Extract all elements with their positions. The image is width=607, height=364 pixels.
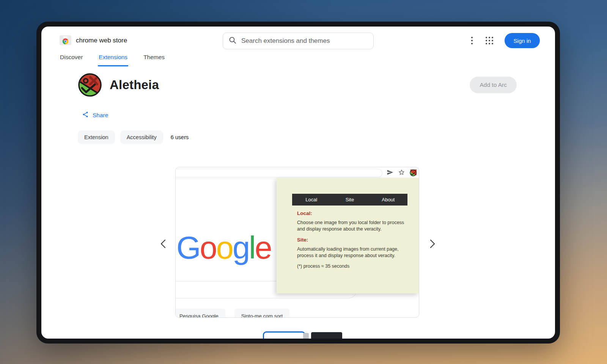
desktop-background: { "header": { "brand": "chrome web store…	[0, 0, 607, 364]
aletheia-popup: Local Site About Local: Choose one image…	[277, 178, 419, 293]
chip-extension[interactable]: Extension	[78, 130, 115, 144]
carousel-thumbnail-active[interactable]	[263, 331, 305, 339]
chrome-web-store-logo-icon	[59, 34, 72, 47]
popup-site-heading: Site:	[297, 237, 407, 243]
carousel-thumbnail-divider	[303, 333, 309, 339]
extension-meta-row: Extension Accessibility 6 users	[78, 130, 189, 144]
google-search-button: Pesquisa Google	[175, 309, 225, 318]
aletheia-toolbar-icon	[410, 169, 417, 176]
store-search-bar[interactable]: Search extensions and themes	[223, 33, 374, 49]
google-apps-icon[interactable]	[484, 35, 495, 46]
popup-local-text: Choose one image from you local folder t…	[297, 220, 407, 232]
extension-title: Aletheia	[110, 78, 159, 92]
tab-extensions[interactable]: Extensions	[98, 50, 128, 66]
popup-local-heading: Local:	[297, 210, 407, 216]
popup-tab-bar: Local Site About	[292, 194, 407, 206]
carousel-prev-button[interactable]	[158, 238, 168, 249]
chevron-left-icon	[160, 239, 166, 249]
screenshot-address-bar	[175, 169, 382, 177]
popup-tab-site: Site	[330, 197, 369, 202]
popup-site-text: Automatically loading images from curren…	[297, 246, 407, 259]
feeling-lucky-button: Sinto-me com sort	[234, 309, 290, 318]
share-button[interactable]: Share	[82, 111, 108, 120]
users-count: 6 users	[171, 134, 189, 140]
tab-themes[interactable]: Themes	[143, 50, 165, 66]
tab-discover[interactable]: Discover	[59, 50, 83, 66]
more-options-icon[interactable]	[470, 35, 474, 46]
browser-window: chrome web store Search extensions and t…	[36, 22, 560, 344]
google-logo: Google	[176, 230, 271, 266]
screenshot-browser-toolbar	[176, 167, 419, 179]
screenshot-slide[interactable]: Google Pesquisa Google Sinto-me com sort…	[175, 167, 419, 318]
share-label: Share	[93, 112, 108, 119]
store-brand[interactable]: chrome web store	[59, 34, 127, 47]
chrome-web-store-page: chrome web store Search extensions and t…	[41, 27, 555, 339]
popup-process-note: (*) process ≈ 35 seconds	[297, 264, 407, 269]
popup-tab-about: About	[369, 197, 407, 202]
carousel-next-button[interactable]	[428, 238, 437, 249]
search-icon	[229, 36, 236, 46]
store-header: chrome web store Search extensions and t…	[41, 27, 555, 52]
search-placeholder: Search extensions and themes	[241, 37, 330, 45]
store-brand-label: chrome web store	[76, 37, 127, 44]
google-buttons-row: Pesquisa Google Sinto-me com sort	[175, 309, 289, 318]
extension-hero: Aletheia Add to Arc	[78, 73, 517, 97]
share-icon	[82, 111, 89, 120]
bookmark-star-icon	[398, 169, 405, 177]
sign-in-button[interactable]: Sign in	[505, 33, 540, 48]
aletheia-extension-icon	[78, 73, 102, 97]
popup-tab-local: Local	[292, 197, 330, 202]
chevron-right-icon	[429, 239, 436, 249]
add-to-arc-button[interactable]: Add to Arc	[470, 77, 517, 93]
carousel-thumbnail-next[interactable]	[311, 332, 342, 339]
store-nav-tabs: Discover Extensions Themes	[59, 50, 165, 66]
send-icon	[387, 169, 393, 177]
chip-accessibility[interactable]: Accessibility	[120, 130, 163, 144]
popup-body: Local: Choose one image from you local f…	[297, 210, 407, 269]
